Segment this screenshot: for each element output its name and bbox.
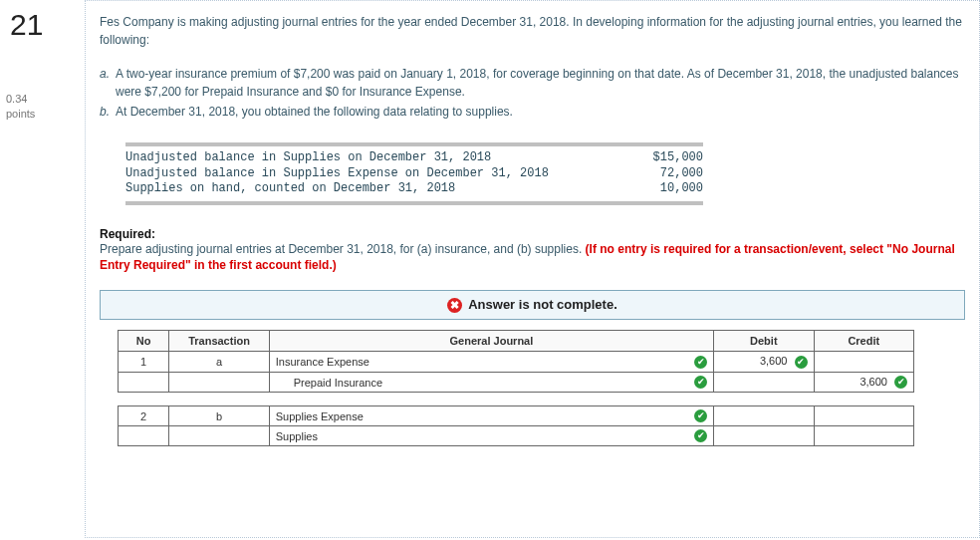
header-credit: Credit	[814, 331, 913, 352]
question-number: 21	[10, 8, 75, 42]
cell-trx: a	[169, 352, 269, 373]
cell-account[interactable]: Insurance Expense ✔	[269, 352, 713, 373]
cell-debit[interactable]	[714, 406, 814, 426]
header-debit: Debit	[714, 331, 814, 352]
check-icon: ✔	[694, 376, 707, 389]
cell-trx	[169, 426, 269, 446]
header-general-journal: General Journal	[269, 331, 713, 352]
data-value: $15,000	[623, 150, 703, 166]
cell-credit[interactable]	[814, 352, 913, 373]
data-row: Supplies on hand, counted on December 31…	[125, 181, 703, 197]
cell-trx: b	[169, 406, 269, 426]
list-label-b: b.	[100, 103, 116, 121]
credit-value: 3,600	[859, 376, 887, 388]
journal-entry-table: No Transaction General Journal Debit Cre…	[118, 330, 914, 446]
spacer-row	[119, 393, 914, 406]
cell-account[interactable]: Prepaid Insurance ✔	[269, 372, 713, 393]
supplies-data-box: Unadjusted balance in Supplies on Decemb…	[125, 142, 703, 205]
header-transaction: Transaction	[169, 331, 269, 352]
required-text: Prepare adjusting journal entries at Dec…	[100, 242, 586, 256]
table-row: Prepaid Insurance ✔ 3,600 ✔	[119, 372, 914, 393]
intro-text: Fes Company is making adjusting journal …	[100, 13, 965, 49]
data-row: Unadjusted balance in Supplies Expense o…	[125, 166, 703, 182]
question-content: Fes Company is making adjusting journal …	[85, 0, 980, 538]
list-text-a: A two-year insurance premium of $7,200 w…	[116, 65, 965, 101]
check-icon: ✔	[694, 409, 707, 422]
check-icon: ✔	[694, 429, 707, 442]
required-block: Required: Prepare adjusting journal entr…	[100, 227, 965, 272]
points-label: points	[6, 107, 75, 122]
data-label: Unadjusted balance in Supplies on Decemb…	[125, 150, 623, 166]
cell-account[interactable]: Supplies ✔	[269, 426, 713, 446]
account-name: Prepaid Insurance	[294, 377, 690, 389]
check-icon: ✔	[694, 356, 707, 369]
cell-no	[119, 372, 169, 393]
table-row: Supplies ✔	[119, 426, 914, 446]
feedback-bar: ✖Answer is not complete.	[100, 290, 965, 320]
feedback-text: Answer is not complete.	[468, 297, 617, 312]
list-text-b: At December 31, 2018, you obtained the f…	[116, 103, 965, 121]
cell-debit[interactable]: 3,600 ✔	[714, 352, 814, 373]
list-label-a: a.	[100, 65, 116, 101]
data-value: 10,000	[623, 181, 703, 197]
cell-debit[interactable]	[714, 426, 814, 446]
account-name: Supplies Expense	[276, 410, 690, 422]
data-label: Unadjusted balance in Supplies Expense o…	[125, 166, 623, 182]
cell-no: 2	[119, 406, 169, 426]
data-row: Unadjusted balance in Supplies on Decemb…	[125, 150, 703, 166]
cell-credit[interactable]	[814, 406, 913, 426]
cell-no: 1	[119, 352, 169, 373]
required-heading: Required:	[100, 227, 155, 241]
table-row: 2 b Supplies Expense ✔	[119, 406, 914, 426]
stripe-bottom	[125, 201, 703, 205]
data-value: 72,000	[623, 166, 703, 182]
account-name: Insurance Expense	[276, 356, 690, 368]
cell-debit[interactable]	[714, 372, 814, 393]
data-label: Supplies on hand, counted on December 31…	[125, 181, 623, 197]
points-value: 0.34	[6, 92, 75, 107]
cell-credit[interactable]	[814, 426, 913, 446]
cell-credit[interactable]: 3,600 ✔	[814, 372, 913, 393]
check-icon: ✔	[795, 356, 808, 369]
check-icon: ✔	[894, 376, 907, 389]
cell-no	[119, 426, 169, 446]
account-name: Supplies	[276, 430, 690, 442]
cell-account[interactable]: Supplies Expense ✔	[269, 406, 713, 426]
cell-trx	[169, 372, 269, 393]
debit-value: 3,600	[760, 355, 788, 367]
list-item: b. At December 31, 2018, you obtained th…	[100, 103, 965, 121]
header-no: No	[119, 331, 169, 352]
error-icon: ✖	[447, 298, 462, 313]
list-item: a. A two-year insurance premium of $7,20…	[100, 65, 965, 101]
sidebar: 21 0.34 points	[0, 0, 85, 538]
table-row: 1 a Insurance Expense ✔ 3,600 ✔	[119, 352, 914, 373]
